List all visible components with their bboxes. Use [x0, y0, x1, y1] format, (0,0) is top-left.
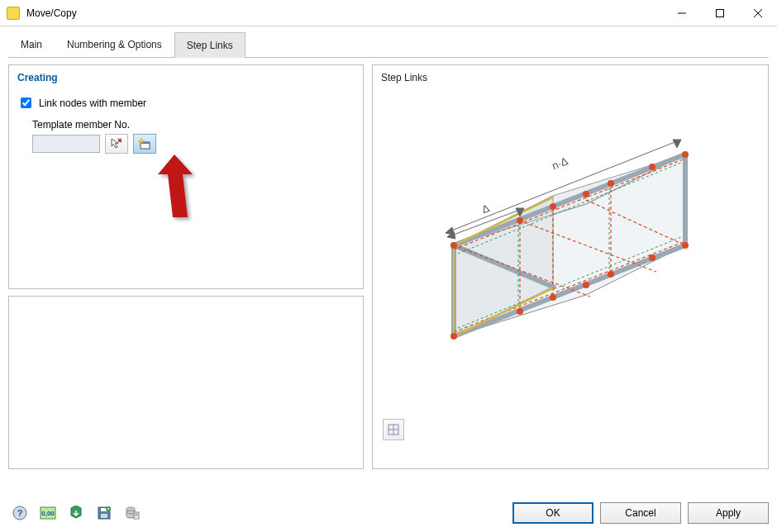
dialog-buttons: OK Cancel Apply — [512, 502, 769, 524]
creating-body: Link nodes with member Template member N… — [9, 88, 363, 164]
label-n-delta: n·Δ — [551, 154, 570, 172]
preview-view-button[interactable] — [383, 419, 404, 440]
apply-button[interactable]: Apply — [688, 502, 769, 524]
window-title: Move/Copy — [26, 7, 663, 19]
pick-member-button[interactable] — [105, 134, 128, 154]
new-member-button[interactable] — [133, 134, 156, 154]
svg-point-44 — [682, 242, 689, 249]
app-icon — [7, 7, 20, 20]
svg-point-32 — [450, 333, 457, 340]
bottom-icons: ? 0,00 — [8, 502, 144, 524]
step-links-panel: Step Links — [372, 64, 769, 469]
preview-diagram: n·Δ Δ — [396, 105, 710, 361]
svg-rect-60 — [101, 514, 107, 518]
right-column: Step Links — [372, 64, 769, 469]
units-button[interactable]: 0,00 — [36, 502, 60, 524]
tab-numbering-options[interactable]: Numbering & Options — [55, 31, 174, 57]
maximize-button[interactable] — [701, 0, 739, 26]
bottom-bar: ? 0,00 — [8, 502, 769, 524]
svg-point-34 — [517, 308, 523, 315]
svg-point-43 — [682, 151, 689, 158]
database-button[interactable] — [121, 502, 144, 524]
creating-panel: Creating Link nodes with member Template… — [8, 64, 364, 289]
close-button[interactable] — [739, 0, 777, 26]
template-member-row — [32, 134, 355, 154]
lower-panel — [8, 296, 364, 469]
svg-point-35 — [550, 203, 556, 210]
titlebar-buttons — [663, 0, 777, 26]
tabs: Main Numbering & Options Step Links — [8, 31, 769, 58]
ok-button[interactable]: OK — [512, 502, 593, 524]
link-nodes-checkbox[interactable] — [21, 97, 31, 108]
creating-header: Creating — [9, 65, 363, 88]
template-member-input[interactable] — [32, 135, 100, 153]
svg-point-40 — [608, 271, 614, 278]
tab-step-links[interactable]: Step Links — [174, 32, 245, 58]
link-nodes-label: Link nodes with member — [39, 97, 146, 109]
new-sparkle-icon — [138, 137, 151, 150]
cursor-pick-icon — [110, 137, 123, 150]
svg-point-36 — [550, 294, 556, 301]
units-icon: 0,00 — [40, 506, 56, 520]
svg-point-42 — [649, 254, 655, 261]
import-icon — [69, 506, 83, 520]
tab-main[interactable]: Main — [8, 31, 55, 57]
svg-point-37 — [583, 191, 589, 197]
svg-rect-1 — [717, 9, 724, 17]
annotation-arrow-icon — [151, 153, 201, 227]
cancel-button[interactable]: Cancel — [600, 502, 681, 524]
label-delta: Δ — [480, 202, 492, 216]
database-icon — [125, 506, 140, 520]
view-cube-icon — [387, 423, 400, 436]
step-links-header: Step Links — [373, 65, 768, 88]
svg-text:?: ? — [17, 508, 23, 518]
help-button[interactable]: ? — [8, 502, 31, 524]
titlebar: Move/Copy — [0, 0, 777, 26]
minimize-button[interactable] — [663, 0, 701, 26]
left-column: Creating Link nodes with member Template… — [8, 64, 364, 469]
svg-point-38 — [583, 282, 589, 288]
svg-point-33 — [517, 217, 523, 224]
template-member-label: Template member No. — [32, 119, 355, 131]
svg-point-39 — [608, 180, 614, 187]
body-panels: Creating Link nodes with member Template… — [8, 64, 769, 469]
import-button[interactable] — [64, 502, 88, 524]
help-icon: ? — [12, 506, 27, 520]
svg-text:0,00: 0,00 — [41, 510, 55, 517]
save-icon — [97, 506, 112, 520]
svg-point-41 — [649, 164, 655, 170]
svg-marker-47 — [673, 140, 681, 148]
link-nodes-row: Link nodes with member — [17, 95, 355, 111]
preview-area: n·Δ Δ — [379, 88, 761, 444]
save-button[interactable] — [93, 502, 116, 524]
content: Main Numbering & Options Step Links Crea… — [0, 31, 777, 469]
svg-point-31 — [450, 242, 457, 249]
